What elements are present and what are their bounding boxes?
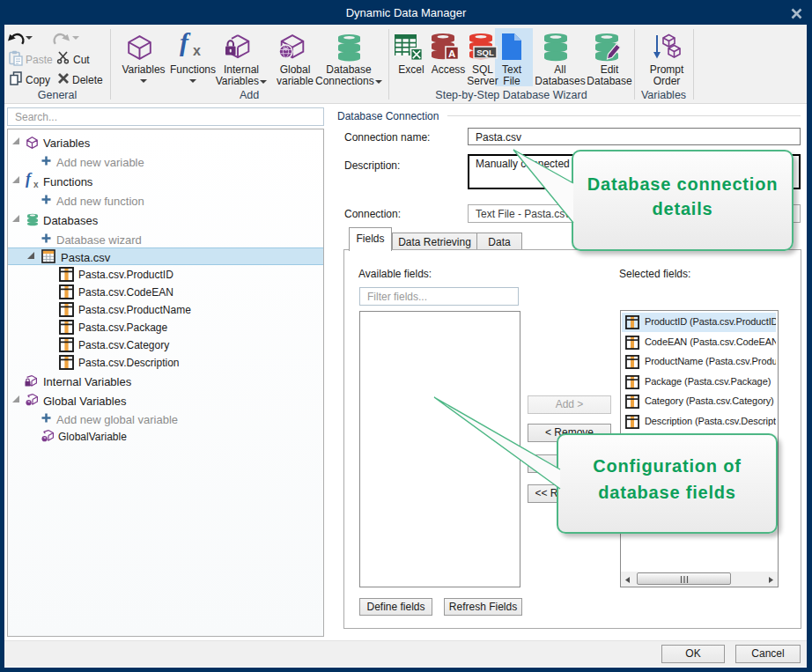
svg-text:A: A	[448, 48, 455, 59]
svg-text:SQL: SQL	[476, 48, 494, 57]
